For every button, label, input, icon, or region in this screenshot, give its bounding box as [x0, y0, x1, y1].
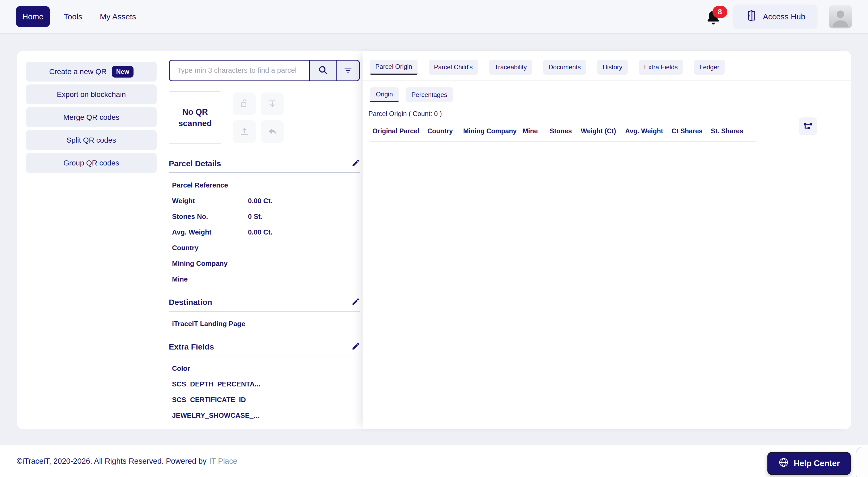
footer: ©iTraceiT, 2020-2026. All Rights Reserve…: [0, 445, 868, 477]
qr-action-grid: [233, 92, 284, 143]
unlock-icon: [240, 98, 250, 109]
column-header: Ct Shares: [672, 127, 711, 135]
detail-row: Parcel Reference: [169, 182, 360, 188]
tab-history[interactable]: History: [597, 60, 628, 74]
detail-row: iTraceiT Landing Page: [169, 320, 360, 327]
unlock-button[interactable]: [233, 92, 256, 115]
pencil-icon: [351, 303, 360, 307]
search-button[interactable]: [309, 61, 336, 81]
detail-row: Avg. Weight 0.00 Ct.: [169, 229, 360, 236]
door-icon: [745, 9, 757, 24]
main-nav: Home Tools My Assets: [16, 6, 140, 27]
detail-row: Stones No. 0 St.: [169, 213, 360, 220]
column-header: Mining Company: [463, 127, 523, 135]
magnifier-icon: [318, 65, 328, 76]
access-hub-button[interactable]: Access Hub: [733, 4, 817, 29]
footer-brand: IT Place: [209, 457, 237, 466]
corner-widget-peek: [856, 447, 868, 477]
edit-parcel-details-button[interactable]: [351, 159, 360, 168]
pencil-icon: [351, 348, 360, 351]
tab-documents[interactable]: Documents: [544, 60, 586, 74]
qr-preview-box: No QR scanned: [169, 91, 221, 144]
origin-subtabs: Origin Percentages: [370, 87, 851, 102]
top-nav: Home Tools My Assets 8 Access Hub: [0, 0, 868, 34]
divider: [169, 356, 360, 356]
export-blockchain-button[interactable]: Export on blockchain: [26, 85, 157, 105]
column-header: Mine: [523, 127, 550, 135]
undo-button[interactable]: [261, 120, 284, 143]
copyright-text: ©iTraceiT, 2020-2026. All Rights Reserve…: [17, 457, 207, 466]
parcel-origin-count: Parcel Origin ( Count: 0 ): [368, 110, 851, 118]
detail-row: Mine: [169, 276, 360, 282]
merge-qr-button[interactable]: Merge QR codes: [26, 107, 157, 127]
nav-item-tools[interactable]: Tools: [60, 12, 86, 21]
detail-row: JEWELRY_SHOWCASE_...: [169, 412, 360, 419]
detail-row: SCS_CERTIFICATE_ID: [169, 396, 360, 403]
divider: [370, 141, 756, 142]
parcel-summary-column: No QR scanned: [169, 51, 360, 429]
subtab-percentages[interactable]: Percentages: [406, 87, 453, 102]
person-icon: [831, 8, 850, 28]
help-center-button[interactable]: Help Center: [767, 452, 851, 475]
bell-icon: [706, 22, 720, 27]
filter-button[interactable]: [336, 61, 359, 81]
divider: [169, 172, 360, 173]
tab-parcel-origin[interactable]: Parcel Origin: [370, 60, 417, 74]
parcel-details-title: Parcel Details: [169, 159, 221, 168]
nav-right: 8 Access Hub: [706, 4, 852, 29]
access-hub-label: Access Hub: [763, 12, 805, 21]
extra-fields-title: Extra Fields: [169, 342, 214, 351]
parcel-search-input[interactable]: [169, 61, 309, 81]
table-columns-config-button[interactable]: [799, 117, 817, 135]
column-header: Original Parcel: [372, 127, 427, 135]
pencil-icon: [351, 164, 360, 168]
group-qr-button[interactable]: Group QR codes: [26, 153, 157, 173]
detail-row: Country: [169, 244, 360, 251]
tab-ledger[interactable]: Ledger: [694, 60, 725, 74]
detail-row: Weight 0.00 Ct.: [169, 197, 360, 204]
tab-parcel-childs[interactable]: Parcel Child's: [429, 60, 478, 74]
divider: [169, 311, 360, 311]
split-qr-button[interactable]: Split QR codes: [26, 130, 157, 150]
download-icon: [267, 98, 277, 109]
nav-item-home[interactable]: Home: [16, 6, 50, 27]
user-avatar[interactable]: [829, 5, 852, 28]
notifications-button[interactable]: 8: [706, 7, 722, 26]
main-card: Create a new QR New Export on blockchain…: [17, 51, 851, 429]
edit-extra-fields-button[interactable]: [351, 342, 360, 351]
parcel-details-section: Parcel Details Parcel Reference Weight: [169, 159, 360, 282]
destination-section: Destination iTraceiT Landing Page: [169, 297, 360, 327]
no-qr-text: No QR scanned: [175, 106, 216, 129]
create-new-qr-label: Create a new QR: [49, 67, 106, 76]
edit-destination-button[interactable]: [351, 297, 360, 307]
detail-row: Mining Company: [169, 260, 360, 267]
new-badge: New: [112, 66, 133, 78]
destination-title: Destination: [169, 298, 212, 307]
upload-icon: [240, 126, 250, 137]
detail-row: Color: [169, 365, 360, 372]
origin-table-header: Original Parcel Country Mining Company M…: [372, 127, 851, 135]
tab-traceability[interactable]: Traceability: [489, 60, 532, 74]
divider: [363, 81, 851, 81]
parcel-detail-panel: Parcel Origin Parcel Child's Traceabilit…: [363, 51, 851, 429]
subtab-origin[interactable]: Origin: [370, 87, 399, 102]
column-header: St. Shares: [711, 127, 751, 135]
download-button[interactable]: [261, 92, 284, 115]
page: { "nav": { "items": [ { "label": "Home" …: [0, 0, 868, 477]
help-center-label: Help Center: [794, 459, 840, 468]
column-header: Avg. Weight: [625, 127, 672, 135]
globe-icon: [778, 457, 789, 470]
panel-tabs: Parcel Origin Parcel Child's Traceabilit…: [370, 60, 851, 74]
notification-count-badge: 8: [712, 6, 727, 18]
parcel-search-bar: [169, 60, 360, 81]
extra-fields-section: Extra Fields Color SCS_DEPTH_PERCENTA...: [169, 342, 360, 419]
column-header: Stones: [550, 127, 581, 135]
undo-arrow-icon: [267, 126, 277, 137]
tab-extra-fields[interactable]: Extra Fields: [639, 60, 683, 74]
column-header: Country: [427, 127, 463, 135]
nav-item-my-assets[interactable]: My Assets: [96, 12, 140, 21]
column-header: Weight (Ct): [581, 127, 625, 135]
qr-actions-sidebar: Create a new QR New Export on blockchain…: [17, 51, 169, 429]
create-new-qr-button[interactable]: Create a new QR New: [26, 62, 157, 82]
upload-button[interactable]: [233, 120, 256, 143]
